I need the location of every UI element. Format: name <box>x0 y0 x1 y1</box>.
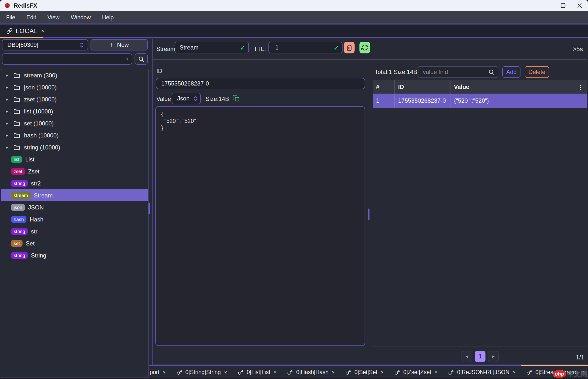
delete-key-button[interactable] <box>344 42 354 53</box>
tree-folder-zset[interactable]: ▸ zset (10000) <box>1 93 148 105</box>
expand-arrow-icon[interactable]: ▸ <box>6 73 10 78</box>
link-icon <box>6 28 13 34</box>
window-bottom-edge <box>0 378 588 379</box>
search-button[interactable] <box>134 53 148 65</box>
value-size-label: Size:14B <box>206 95 229 102</box>
key-tab-rejson[interactable]: 0|ReJSON-RL|JSON × <box>443 366 521 379</box>
delete-entry-button[interactable]: Delete <box>525 66 549 78</box>
kebab-menu-icon[interactable]: ⋮ <box>577 84 584 91</box>
type-badge: set <box>11 240 23 247</box>
tree-folder-set[interactable]: ▸ set (10000) <box>1 117 148 129</box>
format-select[interactable]: Json <box>172 93 201 104</box>
editor-right-border <box>367 59 367 364</box>
key-tab-set[interactable]: 0|Set|Set × <box>340 366 389 379</box>
tree-key-hash[interactable]: hash Hash <box>1 213 148 225</box>
key-label: Stream <box>34 192 53 199</box>
ttl-input[interactable] <box>268 42 343 53</box>
total-count: Total:1 <box>375 69 392 76</box>
refresh-icon <box>361 44 368 51</box>
next-page-button[interactable]: ▶ <box>488 351 499 362</box>
tree-key-json[interactable]: json JSON <box>1 201 148 213</box>
menu-help[interactable]: Help <box>102 14 114 21</box>
expand-arrow-icon[interactable]: ▸ <box>6 109 10 114</box>
key-label: Hash <box>29 216 43 223</box>
key-name-input[interactable] <box>175 42 249 53</box>
tree-folder-json[interactable]: ▸ json (10000) <box>1 81 148 93</box>
minimize-button[interactable] <box>538 0 555 11</box>
tree-key-set[interactable]: set Set <box>1 237 148 249</box>
key-type-label: Stream <box>156 46 175 52</box>
folder-label: list (10000) <box>24 108 53 115</box>
folder-label: json (10000) <box>24 84 57 91</box>
tab-close-icon[interactable]: × <box>513 369 516 376</box>
tab-close-icon[interactable]: × <box>332 369 335 376</box>
tab-close-icon[interactable]: × <box>434 369 438 376</box>
connection-tab-close-icon[interactable]: × <box>41 27 44 34</box>
tab-close-icon[interactable]: × <box>224 369 227 376</box>
tab-close-icon[interactable]: × <box>381 369 384 376</box>
tree-folder-hash[interactable]: ▸ hash (10000) <box>1 129 148 141</box>
key-tab-list[interactable]: 0|List|List × <box>233 366 282 379</box>
tree-folder-list[interactable]: ▸ list (10000) <box>1 105 148 117</box>
cell-index: 1 <box>373 94 394 108</box>
entry-id-input[interactable] <box>156 78 365 89</box>
value-editor[interactable]: { "520 ": "520" } <box>155 106 365 346</box>
menu-view[interactable]: View <box>47 14 59 21</box>
folder-label: set (10000) <box>24 120 54 127</box>
tree-key-stream-selected[interactable]: stream Stream <box>1 190 148 201</box>
column-header-id[interactable]: ID <box>394 80 450 94</box>
expand-arrow-icon[interactable]: ▸ <box>6 97 10 102</box>
prev-icon: ◀ <box>465 354 468 359</box>
tree-folder-stream[interactable]: ▸ stream (300) <box>1 69 148 81</box>
column-header-value[interactable]: Value <box>450 80 560 94</box>
add-entry-button[interactable]: Add <box>502 66 520 78</box>
db-select[interactable]: DB0[60309] <box>2 39 88 50</box>
trash-icon <box>346 44 353 51</box>
tree-key-str2[interactable]: string str2 <box>1 177 148 190</box>
key-label: str2 <box>31 180 41 187</box>
tree-key-string[interactable]: string String <box>1 249 148 261</box>
refresh-button[interactable] <box>359 42 370 53</box>
expand-arrow-icon[interactable]: ▸ <box>6 121 10 126</box>
tree-folder-string[interactable]: ▸ string (10000) <box>1 141 148 153</box>
tab-close-icon[interactable]: × <box>163 369 166 376</box>
maximize-button[interactable] <box>555 0 571 11</box>
ttl-label: TTL: <box>254 46 266 52</box>
expand-arrow-icon[interactable]: ▸ <box>6 145 10 150</box>
tab-close-icon[interactable]: × <box>274 369 277 376</box>
tree-key-str[interactable]: string str <box>1 225 148 237</box>
key-tab-string[interactable]: 0|String|String × <box>171 366 233 379</box>
menu-file[interactable]: File <box>6 14 15 21</box>
key-icon <box>527 369 532 375</box>
sidebar-scrollbar-thumb[interactable] <box>148 203 150 214</box>
close-button[interactable] <box>571 0 588 11</box>
cell-id: 1755350268237-0 <box>394 94 450 108</box>
key-icon <box>287 369 293 375</box>
expand-arrow-icon[interactable]: ▸ <box>6 85 10 90</box>
type-badge: stream <box>11 192 30 199</box>
value-find-input[interactable] <box>418 66 498 78</box>
menu-edit[interactable]: Edit <box>27 14 36 21</box>
new-key-label: New <box>117 41 129 48</box>
copy-icon[interactable] <box>233 95 240 102</box>
prev-page-button[interactable]: ◀ <box>461 351 472 362</box>
app-title: RedisFX <box>14 2 37 9</box>
key-tab-port[interactable]: port × <box>149 366 171 379</box>
type-badge: string <box>11 180 28 187</box>
current-page-button[interactable]: 1 <box>475 351 485 362</box>
watermark: php 中文网 <box>553 369 587 378</box>
connection-tab-local[interactable]: LOCAL × <box>0 25 43 37</box>
expand-arrow-icon[interactable]: ▸ <box>6 133 10 138</box>
menu-window[interactable]: Window <box>71 14 91 21</box>
key-tab-zset[interactable]: 0|Zset|Zset × <box>389 366 443 379</box>
column-header-index[interactable]: # <box>373 80 394 94</box>
key-filter-input[interactable]: ▾ <box>2 53 132 65</box>
db-select-value: DB0[60309] <box>7 41 38 48</box>
table-row[interactable]: 1 1755350268237-0 {"520 ":"520"} <box>373 94 587 108</box>
new-key-button[interactable]: + New <box>90 39 148 50</box>
key-icon <box>448 369 454 375</box>
key-tab-hash[interactable]: 0|Hash|Hash × <box>282 366 340 379</box>
tree-key-zset[interactable]: zset Zset <box>1 165 148 177</box>
key-tree: ▸ stream (300) ▸ json (10000) ▸ zset (10… <box>1 69 148 378</box>
tree-key-list[interactable]: list List <box>1 153 148 165</box>
